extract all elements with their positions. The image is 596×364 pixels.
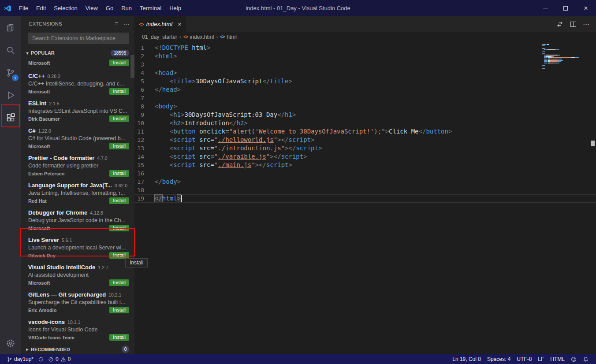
search-extensions-input[interactable] [28,33,129,44]
extension-footer-row: MicrosoftInstall [28,225,129,231]
popular-section-header[interactable]: ▾ POPULAR 18595 [21,48,134,58]
code-line[interactable]: 15 <script src="./main.js"></script> [134,161,596,169]
menu-edit[interactable]: Edit [32,0,50,16]
install-button[interactable]: Install [109,88,129,95]
code-line[interactable]: 10 <h2>Introduction</h2> [134,119,596,127]
sidebar-item-explorer[interactable] [0,16,21,39]
warning-count: 0 [68,356,71,362]
code-line[interactable]: 18 [134,186,596,194]
breadcrumb-symbol[interactable]: html [227,34,237,40]
extension-item[interactable]: GitLens — Git supercharged10.2.1Supercha… [21,288,134,315]
more-actions-icon[interactable]: ⋯ [124,20,130,27]
code-line[interactable]: 14 <script src="./varaible.js"></script> [134,152,596,161]
code-line[interactable]: 9 <h1>30DaysOfJavaScript:03 Day</h1> [134,111,596,119]
language-mode-status[interactable]: HTML [547,354,568,364]
notifications-button[interactable] [580,354,592,364]
split-editor-icon[interactable] [567,18,579,30]
code-line[interactable]: 7 [134,94,596,102]
menu-view[interactable]: View [82,0,102,16]
code-line[interactable]: 5 <title>30DaysOfJavaScript</title> [134,77,596,85]
menu-selection[interactable]: Selection [50,0,81,16]
eol-status[interactable]: LF [535,354,547,364]
code-line[interactable]: 4<head> [134,69,596,77]
menu-terminal[interactable]: Terminal [136,0,165,16]
problems-status[interactable]: 0 0 [46,354,73,364]
line-number: 2 [134,52,155,60]
code-line[interactable]: 17</body> [134,178,596,186]
extension-item[interactable]: Prettier - Code formatter4.7.0Code forma… [21,151,134,178]
filter-icon[interactable]: ≡ [115,20,119,27]
install-button[interactable]: Install [109,334,129,341]
feedback-button[interactable] [568,354,580,364]
sidebar-item-extensions[interactable] [0,106,21,129]
minimap[interactable] [542,44,589,69]
extension-item[interactable]: Visual Studio IntelliCode1.2.7AI-assiste… [21,260,134,288]
extension-item[interactable]: Language Support for Java(T...0.62.0Java… [21,178,134,206]
code-content: </body> [155,178,181,186]
extension-item[interactable]: C/C++0.28.2C/C++ IntelliSense, debugging… [21,69,134,97]
maximize-button[interactable] [555,0,576,16]
code-line[interactable]: 12 <script src="./helloworld.js"></scrip… [134,136,596,144]
install-button[interactable]: Install [109,197,129,204]
code-content: <head> [155,69,177,77]
menu-run[interactable]: Run [117,0,136,16]
extension-item[interactable]: MicrosoftInstall [21,59,134,69]
sidebar-item-run-debug[interactable] [0,84,21,106]
code-line[interactable]: 8<body> [134,102,596,111]
sidebar-item-source-control[interactable]: 1 [0,61,21,84]
encoding-status[interactable]: UTF-8 [514,354,535,364]
menu-bar: FileEditSelectionViewGoRunTerminalHelp [15,0,185,16]
manage-button[interactable] [0,332,21,354]
extension-item[interactable]: Chinese (Simplified) Langua...1.46.0 [21,342,134,344]
git-branch-status[interactable]: day1up* [4,354,36,364]
code-line[interactable]: 11 <button onclick="alert('Welcome to 30… [134,127,596,136]
menu-file[interactable]: File [15,0,32,16]
code-line[interactable]: 13 <script src="./introduction.js"></scr… [134,144,596,152]
text-cursor [181,195,182,202]
indentation-status[interactable]: Spaces: 4 [484,354,514,364]
extension-item[interactable]: Live Server5.6.1Launch a development loc… [21,233,134,260]
extension-publisher: Red Hat [28,198,47,204]
install-button[interactable]: Install [109,252,129,259]
menu-go[interactable]: Go [102,0,117,16]
install-button[interactable]: Install [109,59,129,66]
install-button[interactable]: Install [109,279,129,286]
install-button[interactable]: Install [109,143,129,149]
install-button[interactable]: Install [109,307,129,313]
code-line[interactable]: 19</html> [134,194,596,203]
extension-item[interactable]: C#1.22.0C# for Visual Studio Code (power… [21,124,134,151]
code-line[interactable]: 1<!DOCTYPE html> [134,44,596,52]
extension-description: Integrates ESLint JavaScript into VS C..… [28,108,129,114]
menu-help[interactable]: Help [165,0,185,16]
install-button[interactable]: Install [109,115,129,122]
editor-more-actions-icon[interactable]: ⋯ [580,18,592,30]
minimize-button[interactable] [535,0,555,16]
sync-status[interactable] [36,354,46,364]
breadcrumb-folder[interactable]: 01_day_starter [142,34,177,40]
sidebar-scrollbar[interactable] [130,55,134,78]
tab-close-icon[interactable]: × [178,21,182,27]
extension-version: 4.12.8 [90,210,103,215]
close-button[interactable]: × [576,0,596,16]
extension-item[interactable]: Debugger for Chrome4.12.8Debug your Java… [21,206,134,233]
code-line[interactable]: 2<html> [134,52,596,60]
recommended-section-header[interactable]: ▸ RECOMMENDED 0 [21,344,134,354]
code-line[interactable]: 6</head> [134,85,596,94]
code-content: <script src="./main.js"></script> [155,161,292,169]
compare-changes-icon[interactable] [554,18,566,30]
breadcrumb-file[interactable]: index.html [190,34,214,40]
code-editor[interactable]: 1<!DOCTYPE html>2<html>34<head>5 <title>… [134,42,596,354]
install-button[interactable]: Install [109,225,129,231]
window-controls: × [535,0,596,16]
install-button[interactable]: Install [109,170,129,177]
cursor-position-status[interactable]: Ln 19, Col 8 [449,354,484,364]
tab-index-html[interactable]: <> index.html × [134,16,186,32]
extension-item[interactable]: ESLint2.1.5Integrates ESLint JavaScript … [21,97,134,124]
sidebar-item-search[interactable] [0,39,21,61]
extension-title-row: C#1.22.0 [28,127,129,134]
code-line[interactable]: 16 [134,169,596,178]
overview-ruler[interactable] [590,42,596,354]
extension-item[interactable]: vscode-icons10.1.1Icons for Visual Studi… [21,315,134,342]
code-line[interactable]: 3 [134,60,596,69]
extension-name: Debugger for Chrome [28,209,87,216]
